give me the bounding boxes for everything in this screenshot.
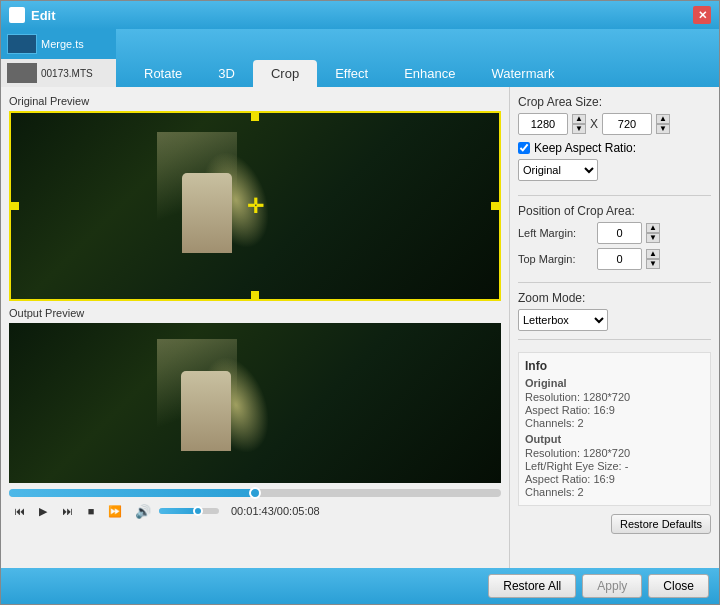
top-margin-label: Top Margin: (518, 253, 593, 265)
top-margin-row: Top Margin: ▲ ▼ (518, 248, 711, 270)
tab-crop[interactable]: Crop (253, 60, 317, 87)
file-name-merge: Merge.ts (41, 38, 84, 50)
keep-aspect-checkbox[interactable] (518, 142, 530, 154)
zoom-mode-select[interactable]: Letterbox (518, 309, 608, 331)
volume-bar[interactable] (159, 508, 219, 514)
progress-bar[interactable] (9, 489, 501, 497)
left-margin-label: Left Margin: (518, 227, 593, 239)
top-margin-up[interactable]: ▲ (646, 249, 660, 259)
title-bar: Edit ✕ (1, 1, 719, 29)
output-eye-size: Left/Right Eye Size: - (525, 460, 704, 472)
file-item-merge[interactable]: Merge.ts (1, 29, 116, 59)
apply-button[interactable]: Apply (582, 574, 642, 598)
crop-height-input[interactable] (602, 113, 652, 135)
width-up[interactable]: ▲ (572, 114, 586, 124)
crop-handle-bottom[interactable] (251, 291, 259, 299)
crop-width-input[interactable] (518, 113, 568, 135)
output-scene (9, 323, 501, 483)
right-panel: Crop Area Size: ▲ ▼ X ▲ ▼ Keep Aspect Ra… (509, 87, 719, 568)
original-channels: Channels: 2 (525, 417, 704, 429)
width-down[interactable]: ▼ (572, 124, 586, 134)
scene-figure (182, 173, 232, 253)
main-window: Edit ✕ Merge.ts 00173.MTS Rotate 3D Crop… (0, 0, 720, 605)
info-title: Info (525, 359, 704, 373)
header-row: Merge.ts 00173.MTS Rotate 3D Crop Effect… (1, 29, 719, 87)
tabs-container: Rotate 3D Crop Effect Enhance Watermark (116, 29, 719, 87)
progress-fill (9, 489, 255, 497)
file-thumb-mts (7, 63, 37, 83)
progress-thumb[interactable] (249, 487, 261, 499)
crop-area-size-label: Crop Area Size: (518, 95, 711, 109)
left-margin-input[interactable] (597, 222, 642, 244)
left-margin-down[interactable]: ▼ (646, 233, 660, 243)
close-window-button[interactable]: ✕ (693, 6, 711, 24)
file-list-area: Merge.ts 00173.MTS (1, 29, 116, 87)
tab-watermark[interactable]: Watermark (473, 60, 572, 87)
time-display: 00:01:43/00:05:08 (231, 505, 320, 517)
crop-size-row: ▲ ▼ X ▲ ▼ (518, 113, 711, 135)
output-channels: Channels: 2 (525, 486, 704, 498)
file-thumb-merge (7, 34, 37, 54)
output-scene-figure (181, 371, 231, 451)
divider-1 (518, 195, 711, 196)
width-spinner[interactable]: ▲ ▼ (572, 114, 586, 134)
controls-row: ⏮ ▶ ⏭ ■ ⏩ 🔊 00:01:43/00:05:08 (9, 499, 501, 523)
position-label: Position of Crop Area: (518, 204, 711, 218)
crop-handle-left[interactable] (11, 202, 19, 210)
aspect-select-row: Original (518, 159, 711, 181)
tab-effect[interactable]: Effect (317, 60, 386, 87)
tab-enhance[interactable]: Enhance (386, 60, 473, 87)
bottom-bar: Restore All Apply Close (1, 568, 719, 604)
height-up[interactable]: ▲ (656, 114, 670, 124)
original-aspect: Aspect Ratio: 16:9 (525, 404, 704, 416)
skip-back-button[interactable]: ⏮ (9, 501, 29, 521)
left-margin-spinner[interactable]: ▲ ▼ (646, 223, 660, 243)
height-down[interactable]: ▼ (656, 124, 670, 134)
restore-defaults-button[interactable]: Restore Defaults (611, 514, 711, 534)
height-spinner[interactable]: ▲ ▼ (656, 114, 670, 134)
stop-button[interactable]: ■ (81, 501, 101, 521)
main-content-row: Original Preview ✛ Output Preview (1, 87, 719, 568)
app-icon (9, 7, 25, 23)
volume-thumb[interactable] (193, 506, 203, 516)
restore-all-button[interactable]: Restore All (488, 574, 576, 598)
top-margin-input[interactable] (597, 248, 642, 270)
crop-handle-right[interactable] (491, 202, 499, 210)
content-area: Original Preview ✛ Output Preview (1, 87, 509, 568)
aspect-select[interactable]: Original (518, 159, 598, 181)
progress-bar-row (9, 487, 501, 499)
original-preview-label: Original Preview (9, 95, 501, 107)
x-separator: X (590, 117, 598, 131)
output-subtitle: Output (525, 433, 704, 445)
file-item-mts[interactable]: 00173.MTS (1, 59, 116, 87)
original-subtitle: Original (525, 377, 704, 389)
file-name-mts: 00173.MTS (41, 68, 93, 79)
output-preview-label: Output Preview (9, 307, 501, 319)
output-preview-box (9, 323, 501, 483)
crop-crosshair: ✛ (247, 194, 264, 218)
output-resolution: Resolution: 1280*720 (525, 447, 704, 459)
top-margin-spinner[interactable]: ▲ ▼ (646, 249, 660, 269)
close-button[interactable]: Close (648, 574, 709, 598)
crop-handle-top[interactable] (251, 113, 259, 121)
divider-2 (518, 282, 711, 283)
volume-icon: 🔊 (135, 504, 151, 519)
play-button[interactable]: ▶ (33, 501, 53, 521)
left-margin-up[interactable]: ▲ (646, 223, 660, 233)
tab-rotate[interactable]: Rotate (126, 60, 200, 87)
left-margin-row: Left Margin: ▲ ▼ (518, 222, 711, 244)
step-forward-button[interactable]: ⏭ (57, 501, 77, 521)
tab-3d[interactable]: 3D (200, 60, 253, 87)
zoom-mode-label: Zoom Mode: (518, 291, 711, 305)
original-resolution: Resolution: 1280*720 (525, 391, 704, 403)
top-margin-down[interactable]: ▼ (646, 259, 660, 269)
keep-aspect-row: Keep Aspect Ratio: (518, 141, 711, 155)
window-title: Edit (31, 8, 693, 23)
output-aspect: Aspect Ratio: 16:9 (525, 473, 704, 485)
divider-3 (518, 339, 711, 340)
keep-aspect-label: Keep Aspect Ratio: (534, 141, 636, 155)
info-section: Info Original Resolution: 1280*720 Aspec… (518, 352, 711, 506)
skip-forward-button[interactable]: ⏩ (105, 501, 125, 521)
original-preview-box: ✛ (9, 111, 501, 301)
